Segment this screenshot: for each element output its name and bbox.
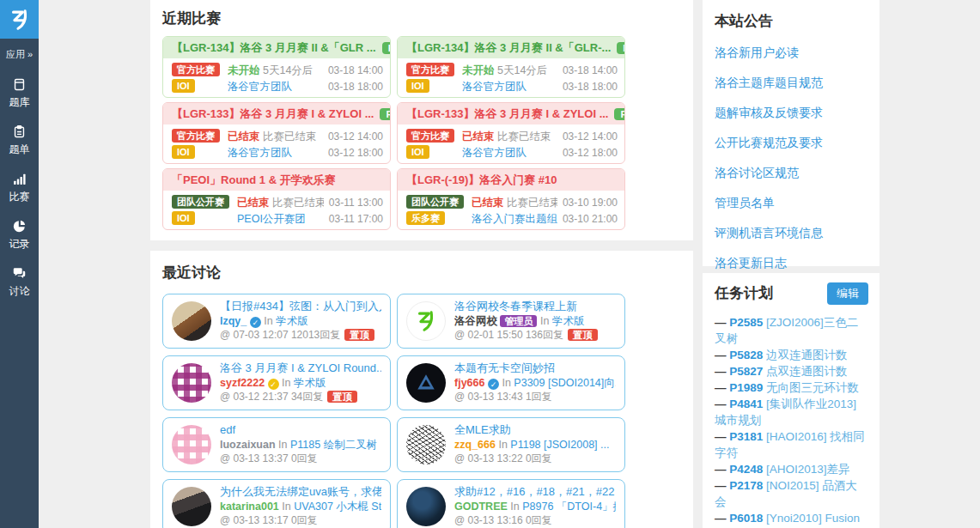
avatar[interactable] (406, 425, 446, 464)
forum-link[interactable]: P1198 [JSOI2008] ... (510, 439, 609, 451)
contest-organizer-link[interactable]: PEOI公开赛团 (237, 211, 324, 228)
discussion-card[interactable]: 全MLE求助 zzq_666 In P1198 [JSOI2008] ... @… (397, 417, 625, 472)
task-plan-item[interactable]: — P2178 [NOI2015] 品酒大会 (715, 477, 867, 510)
task-plan-item[interactable]: — P2585 [ZJOI2006]三色二叉树 (715, 314, 867, 347)
avatar[interactable] (172, 425, 211, 464)
task-plan-item[interactable]: — P3181 [HAOI2016] 找相同字符 (715, 428, 867, 461)
pinned-badge: 置顶 (327, 391, 357, 403)
task-plan-item[interactable]: — P5827 点双连通图计数 (715, 363, 867, 379)
sidebar-item-discussions[interactable]: 讨论 (0, 266, 39, 299)
avatar[interactable] (406, 301, 446, 341)
forum-link[interactable]: 学术版 (552, 315, 585, 327)
discussion-title-link[interactable]: 求助#12，#16，#18，#21，#22 (454, 485, 616, 500)
forum-link[interactable]: UVA307 小木棍 Sti... (294, 501, 381, 513)
contest-title-link[interactable]: 「PEOI」Round 1 & 开学欢乐赛 (172, 173, 336, 188)
edit-button[interactable]: 编辑 (827, 282, 868, 305)
contest-rule-tag: 乐多赛 (406, 211, 445, 225)
contest-organizer-link[interactable]: 洛谷官方团队 (462, 79, 557, 95)
task-plan-item[interactable]: — P1989 无向图三元环计数 (715, 379, 867, 396)
contest-card[interactable]: 【LGR-134】洛谷 3 月月赛 II &「GLR-... Rated 官方比… (397, 36, 625, 98)
discussion-card[interactable]: 【日报#434】弦图：从入门到入入... lzqy_ ✓ In 学术版 @ 07… (162, 294, 391, 349)
forum-link[interactable]: 学术版 (276, 315, 308, 327)
luogu-logo[interactable] (0, 0, 39, 39)
avatar[interactable] (172, 487, 211, 526)
task-plan-item[interactable]: — P6018 [Ynoi2010] Fusion tree (715, 510, 867, 528)
user-link[interactable]: 洛谷网校 (454, 315, 497, 327)
contest-card[interactable]: 「PEOI」Round 1 & 开学欢乐赛 团队公开赛 IOI 已结束 比赛已结… (162, 168, 391, 230)
in-label: In (282, 501, 290, 513)
sidebar-item-contests[interactable]: 比赛 (0, 172, 39, 204)
avatar[interactable] (406, 487, 446, 526)
contest-card[interactable]: 【LGR-(-19)】洛谷入门赛 #10 团队公开赛 乐多赛 已结束 比赛已结束… (397, 168, 625, 230)
contest-title-link[interactable]: 【LGR-133】洛谷 3 月月赛 I & ZYLOI ... (406, 106, 608, 122)
contest-card[interactable]: 【LGR-133】洛谷 3 月月赛 I & ZYLOI ... Rated 官方… (162, 102, 391, 164)
forum-link[interactable]: P1185 绘制二叉树 (290, 439, 377, 451)
avatar[interactable] (406, 363, 446, 403)
discussion-card[interactable]: 本题有无卡空间妙招 fjy666 ✓ In P3309 [SDOI2014]向.… (397, 355, 625, 410)
user-link[interactable]: luozaixuan (220, 439, 276, 451)
contest-title-link[interactable]: 【LGR-134】洛谷 3 月月赛 II &「GLR ... (172, 40, 376, 56)
discussion-card[interactable]: 求助#12，#16，#18，#21，#22 GODTREE In P8976 「… (397, 479, 625, 528)
sidebar-item-problem-lists[interactable]: 题单 (0, 124, 39, 157)
admin-badge: 管理员 (500, 315, 537, 327)
announcement-link[interactable]: 公开比赛规范及要求 (715, 136, 867, 151)
discussion-card[interactable]: 洛谷 3 月月赛 I & ZYLOI Round... syzf2222 ✓ I… (162, 355, 391, 410)
nav-apps-toggle[interactable]: 应用 » (0, 39, 39, 63)
announcement-link[interactable]: 评测机语言环境信息 (715, 226, 867, 241)
discussion-title-link[interactable]: 为什么我无法绑定uva账号，求佬... (220, 485, 381, 500)
discussion-card[interactable]: 洛谷网校冬春季课程上新 洛谷网校 管理员 In 学术版 @ 02-01 15:5… (397, 294, 625, 349)
user-link[interactable]: syzf2222 (220, 377, 265, 389)
contest-end-time: 03-11 17:00 (329, 211, 383, 228)
discussion-meta: @ 03-13 13:16 0回复 (454, 514, 552, 526)
discussion-title-link[interactable]: 洛谷网校冬春季课程上新 (454, 300, 616, 314)
discussion-title-link[interactable]: 全MLE求助 (454, 423, 616, 438)
discussion-card[interactable]: 为什么我无法绑定uva账号，求佬... katarina001 In UVA30… (162, 479, 391, 528)
discussion-title-link[interactable]: 本题有无卡空间妙招 (454, 361, 616, 376)
forum-link[interactable]: 学术版 (294, 377, 326, 389)
task-plan-item[interactable]: — P5828 边双连通图计数 (715, 347, 867, 363)
clipboard-icon (12, 124, 27, 139)
user-link[interactable]: fjy666 (454, 377, 484, 389)
discussion-title-link[interactable]: edf (220, 423, 381, 438)
in-label: In (498, 439, 507, 451)
contest-organizer-link[interactable]: 洛谷官方团队 (462, 145, 557, 161)
avatar[interactable] (172, 363, 211, 403)
discussion-title-link[interactable]: 【日报#434】弦图：从入门到入入... (220, 300, 381, 314)
discussion-title-link[interactable]: 洛谷 3 月月赛 I & ZYLOI Round... (220, 361, 381, 376)
user-link[interactable]: katarina001 (220, 501, 279, 513)
contest-title-link[interactable]: 【LGR-(-19)】洛谷入门赛 #10 (406, 173, 557, 188)
user-link[interactable]: lzqy_ (220, 315, 247, 327)
contest-rule-tag: IOI (172, 211, 195, 225)
user-link[interactable]: GODTREE (454, 501, 508, 513)
sidebar-item-problems[interactable]: 题库 (0, 77, 39, 110)
task-plan-item[interactable]: — P4248 [AHOI2013]差异 (715, 461, 867, 477)
announcement-link[interactable]: 管理员名单 (715, 196, 867, 211)
announcement-link[interactable]: 洛谷更新日志 (715, 256, 867, 271)
contest-organizer-link[interactable]: 洛谷官方团队 (228, 145, 323, 161)
pinned-badge: 置顶 (568, 329, 598, 341)
contest-start-time: 03-12 14:00 (328, 129, 383, 145)
announcement-link[interactable]: 洛谷新用户必读 (715, 46, 867, 61)
announcement-link[interactable]: 洛谷讨论区规范 (715, 166, 867, 181)
contest-organizer-link[interactable]: 洛谷入门赛出题组 (472, 211, 557, 228)
announcement-link[interactable]: 题解审核及反馈要求 (715, 106, 867, 121)
contest-title-link[interactable]: 【LGR-133】洛谷 3 月月赛 I & ZYLOI ... (172, 106, 374, 122)
forum-link[interactable]: P3309 [SDOI2014]向... (514, 377, 616, 389)
contest-card-body: 官方比赛 IOI 已结束 比赛已结束 洛谷官方团队 03-12 14:00 03… (398, 124, 624, 164)
task-plan-item[interactable]: — P4841 [集训队作业2013]城市规划 (715, 396, 867, 428)
avatar[interactable] (172, 301, 211, 341)
dash-marker: — (715, 430, 727, 443)
discussion-card[interactable]: edf luozaixuan In P1185 绘制二叉树 @ 03-13 13… (162, 417, 391, 472)
contest-status: 已结束 (462, 130, 495, 143)
contest-organizer-link[interactable]: 洛谷官方团队 (228, 79, 323, 95)
announcement-link[interactable]: 洛谷主题库题目规范 (715, 76, 867, 91)
contest-card[interactable]: 【LGR-134】洛谷 3 月月赛 II &「GLR ... Rated 官方比… (162, 36, 391, 98)
rated-badge: Rated (617, 42, 624, 54)
contest-title-link[interactable]: 【LGR-134】洛谷 3 月月赛 II &「GLR-... (406, 40, 611, 56)
user-link[interactable]: zzq_666 (454, 439, 496, 451)
contest-status-detail: 比赛已结束 (272, 197, 324, 209)
recent-contests-panel: 近期比赛 【LGR-134】洛谷 3 月月赛 II &「GLR ... Rate… (150, 0, 693, 240)
sidebar-item-records[interactable]: 记录 (0, 219, 39, 252)
contest-card[interactable]: 【LGR-133】洛谷 3 月月赛 I & ZYLOI ... Rated 官方… (397, 102, 625, 164)
forum-link[interactable]: P8976 「DTOI-4」排... (522, 501, 616, 513)
